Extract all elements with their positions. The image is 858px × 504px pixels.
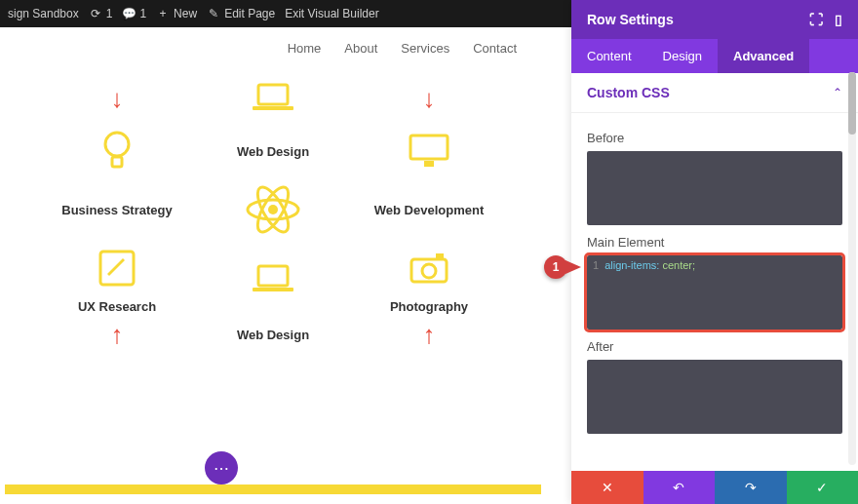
css-value: center; bbox=[659, 259, 695, 271]
laptop-icon bbox=[250, 75, 296, 122]
arrow-up-icon: ↑ bbox=[111, 320, 124, 350]
arrow-up-icon: ↑ bbox=[423, 320, 436, 350]
svg-rect-11 bbox=[258, 266, 288, 286]
tab-content[interactable]: Content bbox=[571, 39, 647, 73]
comment-icon: 💬 bbox=[122, 7, 136, 20]
monitor-icon bbox=[406, 128, 452, 174]
camera-icon bbox=[406, 245, 452, 291]
arrow-down-icon: ↓ bbox=[111, 84, 124, 114]
after-css-input[interactable] bbox=[587, 360, 842, 434]
section-title: Custom CSS bbox=[587, 85, 670, 100]
scrollbar[interactable] bbox=[848, 72, 856, 465]
css-property: align-items: bbox=[604, 259, 659, 271]
edit-square-icon bbox=[94, 245, 140, 291]
service-label: Web Design bbox=[237, 144, 309, 159]
lightbulb-icon bbox=[94, 128, 140, 174]
svg-point-9 bbox=[268, 205, 278, 214]
nav-item-services[interactable]: Services bbox=[401, 41, 449, 56]
before-label: Before bbox=[587, 131, 842, 145]
services-grid: ↓ ↓ Web Design Business Strategy bbox=[0, 75, 546, 350]
service-item[interactable] bbox=[356, 128, 502, 174]
after-label: After bbox=[587, 339, 842, 354]
svg-rect-1 bbox=[253, 106, 293, 110]
comments-count: 1 bbox=[139, 7, 146, 20]
marker-pointer-icon bbox=[566, 260, 581, 274]
service-label: Web Development bbox=[374, 203, 484, 217]
annotation-marker-1: 1 bbox=[544, 255, 581, 279]
nav-item-contact[interactable]: Contact bbox=[473, 41, 517, 56]
service-item[interactable] bbox=[200, 180, 346, 239]
service-label: Web Design bbox=[237, 328, 309, 342]
new-link[interactable]: + New bbox=[156, 7, 197, 20]
svg-rect-0 bbox=[258, 85, 288, 104]
redo-button[interactable]: ↷ bbox=[715, 471, 787, 504]
new-label: New bbox=[174, 7, 197, 20]
service-item[interactable]: Photography bbox=[356, 245, 502, 314]
nav-item-about[interactable]: About bbox=[344, 41, 377, 56]
snap-icon[interactable]: ▯ bbox=[835, 12, 842, 27]
section-divider bbox=[5, 485, 541, 494]
laptop-icon bbox=[250, 256, 296, 303]
refresh-icon: ⟳ bbox=[89, 7, 102, 20]
svg-rect-15 bbox=[436, 253, 444, 259]
service-label: Business Strategy bbox=[61, 203, 172, 217]
undo-button[interactable]: ↶ bbox=[644, 471, 716, 504]
updates-link[interactable]: ⟳ 1 bbox=[89, 7, 113, 20]
chevron-up-icon: ⌃ bbox=[833, 86, 842, 99]
page-preview: Home About Services Contact ↓ ↓ Web Desi… bbox=[0, 27, 546, 504]
svg-rect-4 bbox=[410, 136, 448, 159]
service-item[interactable]: UX Research bbox=[44, 245, 190, 314]
custom-css-fields: Before Main Element 1 align-items: cente… bbox=[571, 113, 858, 471]
row-settings-panel: Row Settings ⛶ ▯ Content Design Advanced… bbox=[571, 0, 858, 504]
main-element-label: Main Element bbox=[587, 235, 842, 250]
panel-tabs: Content Design Advanced bbox=[571, 39, 858, 73]
atom-icon bbox=[244, 180, 302, 239]
service-item[interactable] bbox=[200, 256, 346, 303]
main-element-css-input[interactable]: 1 align-items: center; bbox=[587, 255, 842, 330]
pencil-icon: ✎ bbox=[207, 7, 220, 20]
service-label: UX Research bbox=[78, 299, 156, 314]
arrow-down-icon: ↓ bbox=[423, 84, 436, 114]
plus-icon: + bbox=[156, 7, 170, 20]
site-name-link[interactable]: sign Sandbox bbox=[8, 7, 79, 20]
updates-count: 1 bbox=[106, 7, 113, 20]
svg-rect-5 bbox=[424, 161, 434, 167]
svg-rect-3 bbox=[112, 157, 122, 167]
svg-point-2 bbox=[105, 133, 129, 156]
scrollbar-thumb[interactable] bbox=[848, 72, 856, 135]
marker-number: 1 bbox=[544, 255, 567, 279]
svg-point-14 bbox=[422, 264, 436, 278]
section-custom-css-toggle[interactable]: Custom CSS ⌃ bbox=[571, 73, 858, 113]
save-button[interactable]: ✓ bbox=[787, 471, 859, 504]
panel-title: Row Settings bbox=[587, 12, 674, 27]
add-module-button[interactable]: ⋯ bbox=[205, 451, 238, 485]
service-label: Photography bbox=[390, 299, 468, 314]
before-css-input[interactable] bbox=[587, 151, 842, 225]
service-item[interactable] bbox=[44, 128, 190, 174]
edit-page-label: Edit Page bbox=[224, 7, 275, 20]
tab-advanced[interactable]: Advanced bbox=[718, 39, 809, 73]
panel-footer: ✕ ↶ ↷ ✓ bbox=[571, 471, 858, 504]
nav-item-home[interactable]: Home bbox=[288, 41, 322, 56]
cancel-button[interactable]: ✕ bbox=[571, 471, 644, 504]
line-number: 1 bbox=[593, 259, 599, 271]
tab-design[interactable]: Design bbox=[647, 39, 718, 73]
expand-icon[interactable]: ⛶ bbox=[809, 12, 823, 27]
exit-vb-link[interactable]: Exit Visual Builder bbox=[285, 7, 379, 20]
comments-link[interactable]: 💬 1 bbox=[122, 7, 146, 20]
svg-rect-12 bbox=[253, 288, 293, 291]
service-item[interactable]: Web Design bbox=[200, 144, 346, 159]
nav-menu: Home About Services Contact bbox=[0, 27, 546, 75]
panel-header: Row Settings ⛶ ▯ bbox=[571, 0, 858, 39]
edit-page-link[interactable]: ✎ Edit Page bbox=[207, 7, 275, 20]
